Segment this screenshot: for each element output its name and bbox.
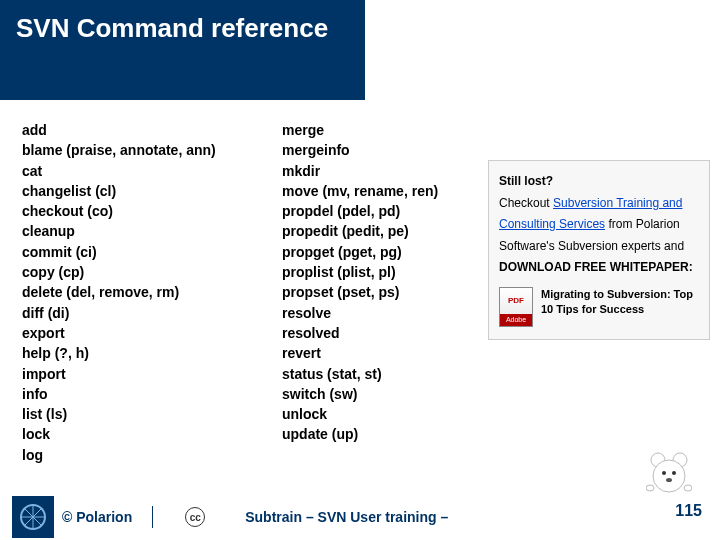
- command-item: status (stat, st): [282, 364, 492, 384]
- command-column-1: addblame (praise, annotate, ann)catchang…: [22, 120, 252, 465]
- svg-point-7: [684, 485, 692, 491]
- svg-point-5: [666, 478, 672, 482]
- command-item: merge: [282, 120, 492, 140]
- command-item: mergeinfo: [282, 140, 492, 160]
- command-item: copy (cp): [22, 262, 252, 282]
- svg-point-2: [653, 460, 685, 492]
- whitepaper-title: Migrating to Subversion: Top 10 Tips for…: [541, 287, 699, 317]
- command-item: checkout (co): [22, 201, 252, 221]
- command-item: commit (ci): [22, 242, 252, 262]
- page-title: SVN Command reference: [16, 12, 349, 45]
- mascot-bear-icon: [646, 448, 692, 494]
- svg-point-6: [646, 485, 654, 491]
- polarion-logo-icon: [12, 496, 54, 538]
- command-item: diff (di): [22, 303, 252, 323]
- command-item: update (up): [282, 424, 492, 444]
- pdf-icon-bottom: Adobe: [500, 314, 532, 326]
- command-item: log: [22, 445, 252, 465]
- pdf-icon-top: PDF: [500, 288, 532, 314]
- command-item: delete (del, remove, rm): [22, 282, 252, 302]
- command-item: add: [22, 120, 252, 140]
- command-columns: addblame (praise, annotate, ann)catchang…: [22, 120, 492, 465]
- command-item: propdel (pdel, pd): [282, 201, 492, 221]
- footer: © Polarion cc Subtrain – SVN User traini…: [0, 494, 720, 540]
- command-item: mkdir: [282, 161, 492, 181]
- command-item: lock: [22, 424, 252, 444]
- svg-point-3: [662, 471, 666, 475]
- command-item: propset (pset, ps): [282, 282, 492, 302]
- command-item: export: [22, 323, 252, 343]
- promo-text: Checkout: [499, 196, 553, 210]
- command-item: cleanup: [22, 221, 252, 241]
- command-item: unlock: [282, 404, 492, 424]
- command-item: list (ls): [22, 404, 252, 424]
- command-item: help (?, h): [22, 343, 252, 363]
- command-item: changelist (cl): [22, 181, 252, 201]
- promo-box: Still lost? Checkout Subversion Training…: [488, 160, 710, 340]
- command-item: propget (pget, pg): [282, 242, 492, 262]
- command-item: blame (praise, annotate, ann): [22, 140, 252, 160]
- command-item: switch (sw): [282, 384, 492, 404]
- footer-divider: [152, 506, 153, 528]
- footer-copyright: © Polarion: [62, 509, 132, 525]
- command-item: info: [22, 384, 252, 404]
- whitepaper-row: PDF Adobe Migrating to Subversion: Top 1…: [499, 287, 699, 327]
- promo-body: Checkout Subversion Training and Consult…: [499, 193, 699, 279]
- footer-subtitle: Subtrain – SVN User training –: [245, 509, 448, 525]
- svg-point-4: [672, 471, 676, 475]
- command-item: revert: [282, 343, 492, 363]
- command-item: cat: [22, 161, 252, 181]
- promo-lead: Still lost?: [499, 174, 553, 188]
- command-item: proplist (plist, pl): [282, 262, 492, 282]
- pdf-icon[interactable]: PDF Adobe: [499, 287, 533, 327]
- page-number: 115: [675, 502, 702, 520]
- promo-download-label: DOWNLOAD FREE WHITEPAPER:: [499, 260, 693, 274]
- command-column-2: mergemergeinfomkdirmove (mv, rename, ren…: [282, 120, 492, 465]
- cc-icon: cc: [185, 507, 205, 527]
- command-item: import: [22, 364, 252, 384]
- command-item: move (mv, rename, ren): [282, 181, 492, 201]
- command-item: resolve: [282, 303, 492, 323]
- command-item: propedit (pedit, pe): [282, 221, 492, 241]
- command-item: resolved: [282, 323, 492, 343]
- title-bar: SVN Command reference: [0, 0, 365, 100]
